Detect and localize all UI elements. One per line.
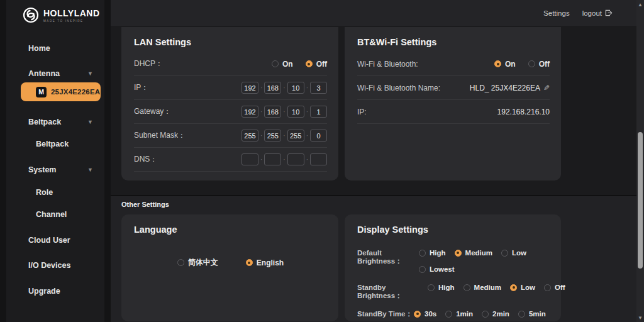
radio-option-label: 2min — [492, 310, 509, 318]
octet-input[interactable] — [264, 153, 281, 165]
btwifi-toggle-label: Wi-Fi & Bluetooth: — [357, 60, 418, 69]
octet-input[interactable]: 255 — [242, 130, 258, 142]
octet-input[interactable] — [287, 153, 304, 165]
sidebar-item-beltpack[interactable]: Beltpack — [6, 137, 104, 151]
settings-button[interactable]: Settings — [543, 9, 570, 17]
octet-separator: · — [260, 132, 262, 139]
radio-option-label: Medium — [474, 284, 501, 291]
radio-option-on[interactable]: On — [494, 60, 516, 69]
octet-input[interactable]: 192 — [242, 106, 258, 118]
radio-option-on[interactable]: On — [272, 60, 293, 69]
standby-time-label: StandBy Time： — [357, 310, 414, 318]
octet-input[interactable] — [242, 153, 258, 165]
octet-input[interactable]: 0 — [310, 130, 327, 142]
radio-option-off[interactable]: Off — [528, 60, 550, 69]
radio-option-label: 5min — [529, 310, 546, 318]
radio-option-5min[interactable]: 5min — [518, 310, 546, 318]
radio-option-medium[interactable]: Medium — [455, 249, 492, 257]
octet-input[interactable]: 168 — [264, 82, 281, 94]
ip-row: IP： 192·168·10·3 — [134, 76, 327, 100]
sidebar-item-antenna[interactable]: Antenna ▼ — [6, 67, 104, 80]
lan-settings-title: LAN Settings — [134, 27, 327, 52]
octet-input[interactable]: 3 — [310, 82, 327, 94]
radio-selected-icon — [494, 60, 501, 67]
brand-name: HOLLYLAND — [43, 8, 100, 18]
settings-label: Settings — [543, 9, 570, 17]
radio-option-off[interactable]: Off — [544, 284, 565, 291]
subnet-label: Subnet Mask： — [134, 130, 186, 141]
logout-button[interactable]: logout — [582, 9, 613, 17]
octet-separator: · — [306, 108, 308, 115]
radio-option-label: Off — [555, 284, 565, 291]
sidebar-item-beltpack-group[interactable]: Beltpack ▼ — [6, 115, 104, 129]
octet-input[interactable]: 255 — [264, 130, 281, 142]
radio-option-1min[interactable]: 1min — [445, 310, 473, 318]
standby-brightness-radio-group: HighMediumLowOff — [428, 284, 565, 291]
sidebar-item-device-25JX4E226EA[interactable]: M 25JX4E226EA — [21, 82, 101, 101]
radio-option-label: Medium — [465, 249, 492, 257]
radio-option-label: English — [257, 258, 284, 267]
default-brightness-label: Default Brightness： — [357, 249, 419, 265]
radio-icon — [501, 250, 508, 257]
radio-option-label: 1min — [456, 310, 473, 318]
btwifi-toggle-row: Wi-Fi & Bluetooth: OnOff — [357, 52, 550, 76]
sidebar-item-channel[interactable]: Channel — [6, 208, 104, 221]
octet-separator: · — [306, 156, 308, 163]
sidebar-item-label: Beltpack — [28, 118, 61, 126]
dhcp-radio-group: OnOff — [272, 60, 327, 69]
sidebar-item-io-devices[interactable]: I/O Devices — [6, 258, 104, 272]
sidebar-item-cloud-user[interactable]: Cloud User — [6, 233, 104, 247]
scrollbar-up-arrow[interactable]: ▲ — [636, 1, 644, 8]
octet-input[interactable] — [310, 153, 327, 165]
radio-selected-icon — [246, 259, 253, 266]
radio-option-low[interactable]: Low — [510, 284, 535, 291]
btwifi-settings-title: BT&Wi-Fi Settings — [357, 27, 550, 52]
radio-option-english[interactable]: English — [246, 258, 284, 267]
radio-icon — [419, 250, 426, 257]
logout-icon — [604, 9, 613, 17]
scrollbar-thumb[interactable] — [638, 132, 643, 269]
main-content: Settings logout LAN Settings DHCP： OnOff… — [111, 0, 636, 322]
radio-selected-icon — [510, 284, 517, 291]
ip-octet-inputs: 192·168·10·3 — [242, 82, 327, 94]
radio-option-medium[interactable]: Medium — [464, 284, 501, 291]
vertical-scrollbar: ▲ ▼ — [636, 0, 644, 322]
octet-input[interactable]: 10 — [287, 82, 304, 94]
radio-option-label: On — [282, 60, 293, 69]
radio-option-off[interactable]: Off — [306, 60, 327, 69]
octet-input[interactable]: 192 — [242, 82, 258, 94]
radio-option-low[interactable]: Low — [501, 249, 526, 257]
hollyland-logo-icon — [23, 7, 39, 23]
radio-option-high[interactable]: High — [428, 284, 455, 291]
octet-input[interactable]: 10 — [287, 106, 304, 118]
radio-option-lowest[interactable]: Lowest — [419, 265, 455, 273]
sidebar-item-upgrade[interactable]: Upgrade — [6, 284, 104, 298]
radio-option-30s[interactable]: 30s — [414, 310, 436, 318]
octet-separator: · — [306, 84, 308, 91]
sidebar-item-label: Beltpack — [36, 140, 69, 148]
sidebar-item-label: Role — [36, 188, 53, 197]
radio-option-label: Lowest — [430, 265, 455, 273]
lan-settings-card: LAN Settings DHCP： OnOff IP： 192·168·10·… — [121, 27, 338, 180]
radio-option-2min[interactable]: 2min — [482, 310, 509, 318]
octet-input[interactable]: 168 — [264, 106, 281, 118]
radio-option-high[interactable]: High — [419, 249, 446, 257]
btwifi-ip-label: IP: — [357, 108, 367, 116]
octet-separator: · — [260, 156, 262, 163]
device-m-badge: M — [36, 87, 47, 97]
btwifi-radio-group: OnOff — [494, 60, 550, 69]
default-brightness-radio-group: HighMediumLowLowest — [419, 249, 550, 273]
edit-pencil-icon[interactable]: ✎ — [543, 84, 550, 92]
sidebar-item-system[interactable]: System ▼ — [6, 163, 104, 177]
sidebar-item-role[interactable]: Role — [6, 186, 104, 199]
dns-row: DNS： ··· — [134, 148, 327, 172]
dns-label: DNS： — [134, 154, 157, 165]
sidebar-item-label: Upgrade — [28, 287, 60, 296]
radio-option-简体中文[interactable]: 简体中文 — [177, 257, 218, 268]
btwifi-name-row: Wi-Fi & Bluetooth Name: HLD_ 25JX4E226EA… — [357, 76, 550, 100]
sidebar-item-home[interactable]: Home — [6, 42, 104, 55]
gateway-row: Gateway： 192·168·10·1 — [134, 100, 327, 124]
scrollbar-down-arrow[interactable]: ▼ — [636, 314, 644, 321]
octet-input[interactable]: 255 — [287, 130, 304, 142]
octet-input[interactable]: 1 — [310, 106, 327, 118]
